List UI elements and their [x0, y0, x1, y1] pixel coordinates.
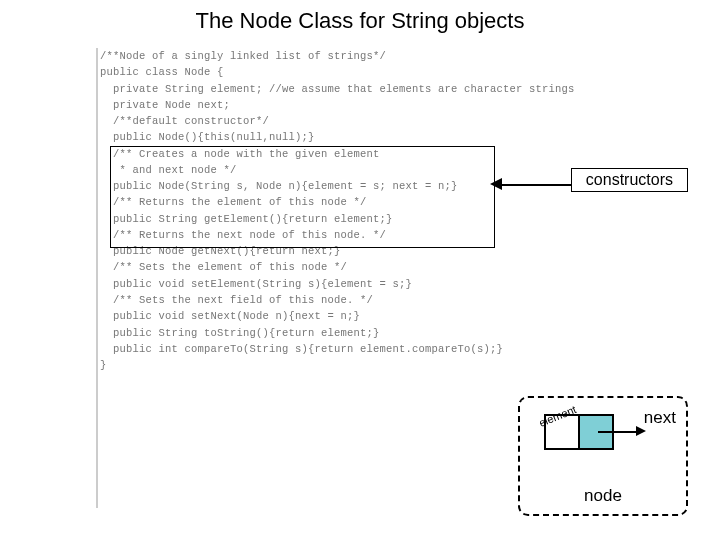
constructors-label: constructors [571, 168, 688, 192]
code-line: } [100, 357, 520, 373]
code-line: public String getElement(){return elemen… [100, 211, 520, 227]
next-label: next [644, 408, 676, 428]
constructors-arrow-line [496, 184, 581, 186]
constructors-arrow-head [490, 178, 502, 190]
code-line: public Node getNext(){return next;} [100, 243, 520, 259]
node-label: node [520, 486, 686, 506]
code-line: public Node(){this(null,null);} [100, 129, 520, 145]
code-block: /**Node of a singly linked list of strin… [100, 48, 520, 373]
code-line: * and next node */ [100, 162, 520, 178]
code-line: /** Sets the next field of this node. */ [100, 292, 520, 308]
code-line: private Node next; [100, 97, 520, 113]
code-line: /** Returns the next node of this node. … [100, 227, 520, 243]
code-line: /** Returns the element of this node */ [100, 194, 520, 210]
node-diagram: element next node [518, 396, 688, 516]
code-line: public int compareTo(String s){return el… [100, 341, 520, 357]
code-line: public class Node { [100, 64, 520, 80]
code-left-border [96, 48, 98, 508]
next-arrow-line [598, 431, 638, 433]
code-line: /**Node of a singly linked list of strin… [100, 48, 520, 64]
code-line: public void setNext(Node n){next = n;} [100, 308, 520, 324]
page-title: The Node Class for String objects [0, 8, 720, 34]
code-line: /** Creates a node with the given elemen… [100, 146, 520, 162]
code-line: public Node(String s, Node n){element = … [100, 178, 520, 194]
code-line: private String element; //we assume that… [100, 81, 520, 97]
code-line: /** Sets the element of this node */ [100, 259, 520, 275]
code-line: /**default constructor*/ [100, 113, 520, 129]
code-line: public String toString(){return element;… [100, 325, 520, 341]
code-line: public void setElement(String s){element… [100, 276, 520, 292]
